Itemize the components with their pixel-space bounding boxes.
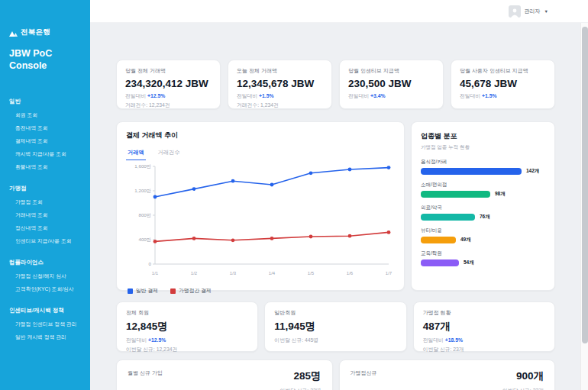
industry-bar-row: 76개 (421, 214, 545, 221)
industry-bar (421, 191, 490, 198)
sidebar-item[interactable]: 회원 조회 (9, 108, 82, 121)
legend-item: 가맹점간 결제 (170, 287, 212, 295)
industry-bar-category: 의료/약국 (421, 205, 545, 211)
industry-bar-row: 54개 (421, 259, 545, 266)
app-title: JBW PoC Console (9, 48, 82, 72)
kpi-card-change: 전일대비 +3.4% (348, 92, 435, 100)
industry-bar-count: 98개 (495, 191, 506, 198)
industry-bar-group: 교육/학원54개 (421, 250, 545, 266)
member-row: 전체 회원12,845명전일대비 +12.5%이번달 신규: 12,234건일반… (116, 301, 555, 352)
sidebar-nav: 일반회원 조회충전내역 조회결제내역 조회캐시백 지급/사용 조회환불내역 조회… (9, 98, 82, 343)
industry-bar (421, 237, 456, 243)
svg-text:800만: 800만 (138, 212, 151, 218)
scrollbar-thumb[interactable] (582, 27, 588, 343)
industry-bar-category: 음식점/카페 (421, 159, 545, 166)
chart-legend: 일반 결제가맹점간 결제 (126, 287, 395, 295)
kpi-card-change-label: 전일대비 (237, 93, 259, 98)
app-title-line1: JBW PoC (9, 48, 82, 60)
industry-bar-group: 뷰티/미용49개 (421, 227, 545, 243)
svg-text:1/4: 1/4 (269, 271, 276, 276)
kpi-card-value: 12,345,678 JBW (237, 78, 323, 89)
topbar: 관리자 ▼ (90, 0, 588, 23)
member-card-sub: 이번달 신규: 23개 (423, 346, 545, 353)
bottom-card-sub: 이번달 신규: 23명 (279, 387, 321, 390)
bottom-card-sub: 이번달 신규: 23개 (502, 387, 544, 390)
bottom-card-label: 월별 신규 가입 (128, 369, 163, 377)
sidebar-item[interactable]: 가맹점 조회 (9, 195, 82, 208)
svg-text:1/6: 1/6 (347, 271, 354, 276)
tab-거래액[interactable]: 거래액 (126, 147, 146, 160)
member-card-change: 전일대비 +12.5% (126, 337, 248, 344)
sidebar-item[interactable]: 가맹점 신청/해지 심사 (9, 269, 82, 282)
sidebar-section-title: 인센티브/캐시백 정책 (9, 307, 82, 314)
bank-logo: 전북은행 (9, 27, 82, 37)
bottom-card-right: 900개이번달 신규: 23개 (502, 369, 544, 390)
member-card-change-label: 전일대비 (423, 337, 445, 343)
bottom-card-value: 285명 (279, 369, 321, 383)
sidebar-item[interactable]: 환불내역 조회 (9, 160, 82, 173)
sidebar-item[interactable]: 고객확인(KYC) 조회/심사 (9, 282, 82, 295)
sidebar-item[interactable]: 결제내역 조회 (9, 134, 82, 147)
industry-chart-subtitle: 가맹점 업종 누적 현황 (421, 144, 545, 151)
sidebar-item[interactable]: 일반 캐시백 정책 관리 (9, 330, 82, 343)
legend-label: 가맹점간 결제 (179, 287, 212, 295)
kpi-card: 당월 사용자 인센티브 지급액45,678 JBW전일대비 +1.5% (451, 60, 555, 109)
industry-bars: 음식점/카페142개소매/편의점98개의료/약국76개뷰티/미용49개교육/학원… (421, 159, 545, 266)
industry-bar-count: 76개 (480, 214, 490, 221)
vertical-scrollbar (580, 23, 588, 390)
sidebar-item[interactable]: 가맹점 인센티브 정책 관리 (9, 317, 82, 330)
trend-chart-title: 결제 거래액 추이 (126, 131, 395, 140)
member-card: 일반회원11,945명이번달 신규: 445명 (264, 301, 406, 352)
sidebar-item[interactable]: 정산내역 조회 (9, 221, 82, 234)
bottom-card: 월별 신규 가입285명이번달 신규: 23명 (116, 359, 333, 390)
sidebar-section-title: 컴플라이언스 (9, 259, 82, 266)
app-window: 전북은행 JBW PoC Console 일반회원 조회충전내역 조회결제내역 … (0, 0, 588, 390)
trend-chart-card: 결제 거래액 추이 거래액거래건수 0400만800만1,200만1,600만1… (116, 121, 405, 291)
kpi-card-value: 230,500 JBW (348, 78, 435, 89)
kpi-card-change: 전일대비 +1.5% (460, 92, 546, 100)
kpi-card-change: 전일대비 +1.5% (237, 92, 323, 100)
line-chart: 0400만800만1,200만1,600만1/11/21/31/41/51/61… (126, 160, 395, 284)
kpi-card-change-value: +3.4% (370, 93, 385, 98)
industry-bar (421, 259, 459, 266)
sidebar-item[interactable]: 충전내역 조회 (9, 121, 82, 134)
charts-row: 결제 거래액 추이 거래액거래건수 0400만800만1,200만1,600만1… (116, 121, 555, 291)
kpi-card-change: 전일대비 +12.5% (125, 92, 212, 100)
main-content: 당월 전체 거래액234,320,412 JBW전일대비 +12.5%거래건수:… (90, 23, 588, 390)
industry-bar-count: 49개 (460, 237, 471, 243)
bottom-card-label: 가맹점신규 (351, 369, 377, 377)
sidebar-item[interactable]: 인센티브 지급/사용 조회 (9, 234, 82, 247)
member-card-change-value: +12.5% (148, 337, 166, 343)
industry-bar-category: 뷰티/미용 (421, 227, 545, 234)
user-name: 관리자 (525, 8, 541, 15)
svg-text:1/2: 1/2 (191, 271, 198, 276)
kpi-card-change-label: 전일대비 (348, 93, 370, 98)
kpi-card-value: 45,678 JBW (460, 78, 546, 89)
member-card-change: 전일대비 +18.5% (423, 337, 545, 344)
kpi-card-value: 234,320,412 JBW (125, 78, 212, 89)
member-card-value: 11,945명 (274, 320, 396, 334)
kpi-card-label: 오늘 전체 거래액 (237, 67, 323, 75)
svg-text:1/7: 1/7 (386, 271, 393, 276)
sidebar-item[interactable]: 거래내역 조회 (9, 208, 82, 221)
legend-item: 일반 결제 (128, 287, 158, 295)
kpi-card-label: 당월 사용자 인센티브 지급액 (460, 67, 546, 75)
industry-bar (421, 214, 475, 221)
svg-text:400만: 400만 (138, 237, 151, 242)
svg-text:1/1: 1/1 (152, 271, 159, 276)
svg-text:1,600만: 1,600만 (134, 163, 151, 169)
user-menu[interactable]: 관리자 ▼ (509, 5, 548, 18)
kpi-card-label: 당월 인센티브 지급액 (348, 67, 435, 75)
member-card-value: 12,845명 (126, 320, 248, 334)
sidebar-section-title: 가맹점 (9, 185, 82, 192)
member-card-change-label: 전일대비 (126, 337, 148, 343)
sidebar-item[interactable]: 캐시백 지급/사용 조회 (9, 147, 82, 160)
member-card: 전체 회원12,845명전일대비 +12.5%이번달 신규: 12,234건 (116, 301, 258, 352)
industry-bar-count: 142개 (526, 168, 539, 175)
svg-text:1/3: 1/3 (230, 271, 237, 276)
line-chart-svg: 0400만800만1,200만1,600만1/11/21/31/41/51/61… (126, 160, 396, 281)
kpi-card-change-value: +1.5% (259, 93, 273, 98)
tab-거래건수[interactable]: 거래건수 (157, 147, 182, 160)
industry-bar-row: 98개 (421, 191, 545, 198)
kpi-card-sub: 거래건수: 1,234건 (237, 102, 323, 109)
